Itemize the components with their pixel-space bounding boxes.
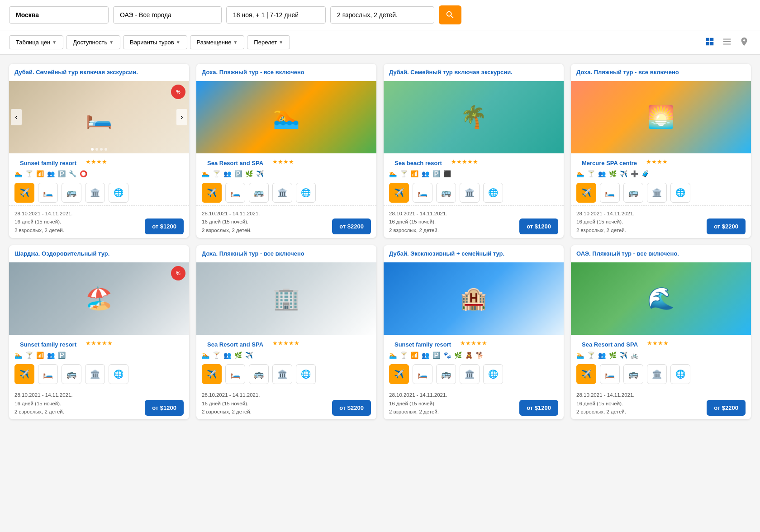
- filter-price-table[interactable]: Таблица цен ▼: [9, 35, 63, 49]
- action-buttons-row: ✈️ 🛏️ 🚌 🏛️ 🌐: [196, 180, 376, 206]
- amenity-icon: 🌿: [454, 352, 462, 360]
- price-button[interactable]: от $1200: [145, 218, 184, 234]
- map-view-icon[interactable]: [737, 35, 751, 50]
- hotel-name-row: Sunset family resort ★★★★★: [9, 335, 189, 350]
- flight-button[interactable]: ✈️: [14, 364, 34, 384]
- price-button[interactable]: от $2200: [332, 400, 371, 416]
- transfer-button[interactable]: 🚌: [436, 183, 456, 203]
- hotel-card: Доха. Пляжный тур - все включено 🏢 Sea R…: [196, 245, 376, 419]
- transfer-button[interactable]: 🚌: [62, 364, 81, 384]
- excursion-button[interactable]: 🏛️: [85, 183, 105, 203]
- excursion-button[interactable]: 🏛️: [272, 183, 292, 203]
- city-input[interactable]: [9, 6, 109, 24]
- amenity-icon: 🅿️: [432, 170, 441, 178]
- hotel-name-row: Sunset family resort ★★★★: [9, 153, 189, 168]
- price-button[interactable]: от $1200: [519, 400, 558, 416]
- flight-button[interactable]: ✈️: [576, 183, 596, 203]
- insurance-button[interactable]: 🌐: [670, 364, 690, 384]
- amenity-icon: 🏊: [576, 352, 584, 360]
- excursion-button[interactable]: 🏛️: [460, 364, 480, 384]
- insurance-button[interactable]: 🌐: [109, 364, 128, 384]
- search-button[interactable]: [439, 5, 461, 24]
- flight-button[interactable]: ✈️: [202, 183, 222, 203]
- bed-button[interactable]: 🛏️: [38, 183, 58, 203]
- insurance-button[interactable]: 🌐: [109, 183, 128, 203]
- chevron-down-icon: ▼: [233, 40, 238, 45]
- guests-input[interactable]: [330, 6, 434, 24]
- excursion-button[interactable]: 🏛️: [85, 364, 105, 384]
- bed-button[interactable]: 🛏️: [600, 183, 620, 203]
- insurance-button[interactable]: 🌐: [483, 183, 503, 203]
- bed-button[interactable]: 🛏️: [225, 183, 245, 203]
- amenity-icon: 🏊: [14, 352, 23, 360]
- price-button[interactable]: от $1200: [145, 400, 184, 416]
- date-range: 28.10.2021 - 14.11.2021.: [576, 391, 635, 399]
- card-footer: 28.10.2021 - 14.11.2021. 16 дней (15 ноч…: [9, 206, 189, 238]
- discount-badge: %: [171, 266, 185, 280]
- insurance-button[interactable]: 🌐: [296, 183, 316, 203]
- excursion-button[interactable]: 🏛️: [647, 183, 667, 203]
- card-image: 🌊: [571, 262, 751, 335]
- bed-button[interactable]: 🛏️: [413, 364, 432, 384]
- amenity-icon: 👥: [47, 352, 55, 360]
- amenity-icon: 🅿️: [234, 170, 242, 178]
- excursion-button[interactable]: 🏛️: [460, 183, 480, 203]
- hotel-card: Шарджа. Оздоровительный тур. 🏖️ % Sunset…: [9, 245, 189, 419]
- insurance-button[interactable]: 🌐: [296, 364, 316, 384]
- insurance-button[interactable]: 🌐: [670, 183, 690, 203]
- list-view-icon[interactable]: [720, 35, 734, 50]
- amenity-icon: 🍸: [213, 170, 221, 178]
- destination-input[interactable]: [113, 6, 222, 24]
- bed-button[interactable]: 🛏️: [413, 183, 432, 203]
- transfer-button[interactable]: 🚌: [623, 183, 643, 203]
- transfer-button[interactable]: 🚌: [249, 364, 269, 384]
- chevron-down-icon: ▼: [176, 40, 180, 45]
- amenity-icon: 🚲: [631, 352, 639, 360]
- insurance-button[interactable]: 🌐: [483, 364, 503, 384]
- flight-button[interactable]: ✈️: [14, 183, 34, 203]
- amenity-icon: 🍸: [587, 170, 595, 178]
- price-button[interactable]: от $2200: [707, 218, 746, 234]
- transfer-button[interactable]: 🚌: [62, 183, 81, 203]
- card-dates: 28.10.2021 - 14.11.2021. 16 дней (15 ноч…: [576, 391, 635, 416]
- flight-button[interactable]: ✈️: [389, 183, 409, 203]
- bed-button[interactable]: 🛏️: [225, 364, 245, 384]
- flight-button[interactable]: ✈️: [389, 364, 409, 384]
- transfer-button[interactable]: 🚌: [249, 183, 269, 203]
- price-button[interactable]: от $1200: [519, 218, 558, 234]
- card-title: ОАЭ. Пляжный тур - все включено.: [571, 245, 751, 262]
- amenities-row: 🏊🍸📶👥🅿️: [9, 350, 189, 361]
- price-button[interactable]: от $2200: [707, 400, 746, 416]
- flight-button[interactable]: ✈️: [576, 364, 596, 384]
- hotel-card: Дубай. Семейный тур включая экскурсии. 🛏…: [9, 64, 189, 238]
- amenity-icon: 🌿: [234, 352, 242, 360]
- filter-availability[interactable]: Доступность ▼: [66, 35, 120, 49]
- hotel-card: Доха. Пляжный тур - все включено 🌅 Mercu…: [571, 64, 751, 238]
- date-range: 28.10.2021 - 14.11.2021.: [389, 209, 447, 218]
- discount-badge: %: [171, 85, 185, 99]
- dates-input[interactable]: [226, 6, 326, 24]
- next-image-button[interactable]: ›: [176, 109, 187, 125]
- bed-button[interactable]: 🛏️: [600, 364, 620, 384]
- action-buttons-row: ✈️ 🛏️ 🚌 🏛️ 🌐: [571, 180, 751, 206]
- price-button[interactable]: от $2200: [332, 218, 371, 234]
- filter-tour-options[interactable]: Варианты туров ▼: [123, 35, 187, 49]
- filter-flight[interactable]: Перелет ▼: [247, 35, 290, 49]
- amenity-icon: 🍸: [213, 352, 221, 360]
- bed-button[interactable]: 🛏️: [38, 364, 58, 384]
- amenity-icon: 👥: [47, 170, 55, 178]
- card-dates: 28.10.2021 - 14.11.2021. 16 дней (15 ноч…: [202, 209, 260, 234]
- transfer-button[interactable]: 🚌: [436, 364, 456, 384]
- grid-view-icon[interactable]: [703, 35, 717, 50]
- filter-accommodation[interactable]: Размещение ▼: [190, 35, 245, 49]
- excursion-button[interactable]: 🏛️: [272, 364, 292, 384]
- transfer-button[interactable]: 🚌: [623, 364, 643, 384]
- excursion-button[interactable]: 🏛️: [647, 364, 667, 384]
- amenity-icon: 👥: [422, 352, 430, 360]
- flight-button[interactable]: ✈️: [202, 364, 222, 384]
- card-image: 🛏️ ‹ › %: [9, 81, 189, 153]
- prev-image-button[interactable]: ‹: [11, 109, 22, 125]
- card-footer: 28.10.2021 - 14.11.2021. 16 дней (15 ноч…: [196, 387, 376, 419]
- amenity-icon: 👥: [422, 170, 430, 178]
- chevron-down-icon: ▼: [52, 40, 57, 45]
